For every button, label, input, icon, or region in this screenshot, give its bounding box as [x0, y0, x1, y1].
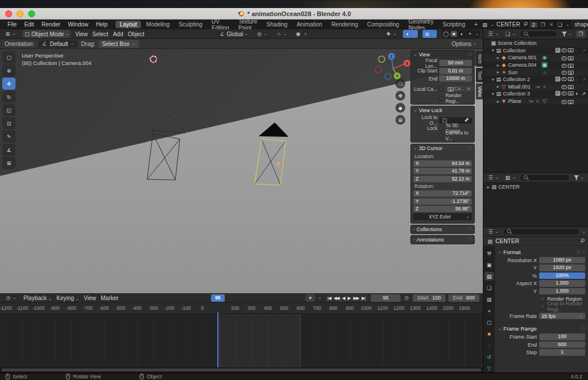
menu-item[interactable]: Edit — [24, 21, 34, 28]
menu-item[interactable]: Render — [41, 21, 60, 28]
clip-start-field[interactable]: 0.01 m — [439, 68, 472, 74]
outliner-row[interactable]: ▦ Scene Collection — [483, 40, 588, 47]
eye[interactable] — [561, 85, 567, 89]
workspace-tab[interactable]: Rendering — [328, 21, 362, 28]
field-value[interactable]: 1080 px — [539, 257, 585, 264]
camera[interactable] — [567, 63, 573, 67]
workspace-tab[interactable]: Scripting — [439, 21, 469, 28]
properties-options-chevron[interactable]: ⌄ — [582, 229, 586, 234]
camera[interactable] — [567, 48, 573, 52]
transport-button[interactable]: ◀◀ — [333, 295, 341, 301]
navigation-gizmo[interactable]: Z X Y — [372, 50, 413, 86]
local-camera-checkbox[interactable] — [439, 87, 444, 91]
expand-arrow-icon[interactable]: ▸ — [495, 63, 501, 68]
render-region-checkbox[interactable] — [540, 297, 545, 301]
outliner-display-mode-button[interactable]: ☰⌄ — [486, 30, 501, 38]
camera-to-view-checkbox[interactable] — [439, 133, 444, 138]
physics-icon[interactable]: ≈ — [535, 98, 541, 104]
frame-rate-dropdown[interactable]: 25 fps⌄ — [539, 313, 585, 320]
tool-button[interactable]: ✜ — [2, 78, 16, 90]
workspace-tab[interactable]: + — [470, 21, 482, 28]
workspace-tab[interactable]: Shading — [262, 21, 291, 28]
menu-item[interactable]: Window — [68, 21, 89, 28]
outliner-row[interactable]: ▸ ▼ Plane ↝≈▽ — [483, 98, 588, 105]
eye[interactable] — [561, 56, 567, 60]
pin-icon[interactable] — [579, 239, 585, 244]
render-region-checkbox[interactable] — [439, 96, 444, 101]
viewport-canvas[interactable]: User Perspective (95) Collection | Camer… — [0, 49, 483, 293]
cursor-loc-x-field[interactable]: X84.54 m — [413, 160, 472, 167]
scene-name-label[interactable]: CENTER — [498, 184, 520, 190]
wireframe-shading-icon[interactable]: ◯ — [443, 31, 449, 37]
camera[interactable] — [567, 91, 573, 95]
scenes-search-input[interactable] — [520, 174, 570, 181]
pin-icon[interactable] — [522, 22, 528, 27]
timeline-track-area[interactable] — [0, 314, 483, 367]
format-panel-header[interactable]: ⌄Format ☰ ⠿ — [497, 248, 586, 256]
circle-faded[interactable]: ◌ — [574, 48, 580, 53]
field-value[interactable]: 100% — [539, 272, 585, 279]
gizmos-dropdown[interactable]: ❖⌄ — [383, 30, 398, 38]
eye[interactable] — [561, 76, 567, 80]
outliner-row[interactable]: ▾ ▤ Collection 3 ◗↗ — [483, 90, 588, 98]
nav-button[interactable] — [395, 79, 405, 89]
solid-shading-icon[interactable]: ● — [451, 31, 457, 37]
tool-button[interactable]: ◱ — [2, 104, 16, 116]
tool-button[interactable]: ✎ — [2, 130, 16, 143]
anim-icon[interactable]: ↝ — [528, 98, 534, 104]
active-scene-name[interactable]: CENTER — [497, 21, 520, 28]
field-value[interactable]: 1920 px — [539, 264, 585, 271]
menu-item[interactable]: File — [7, 21, 17, 28]
outliner-item-label[interactable]: Scene Collection — [498, 40, 537, 46]
clip-end-field[interactable]: 10000 m — [439, 75, 472, 82]
physics-icon[interactable]: ≈ — [541, 84, 548, 90]
scene-users-badge[interactable]: 2 — [530, 22, 537, 28]
workspace-tab[interactable]: Compositing — [363, 21, 403, 28]
field-value[interactable]: 100 — [539, 333, 585, 340]
field-value[interactable]: 1 — [539, 349, 585, 356]
collections-header[interactable]: ›Collections⠿ — [411, 225, 474, 233]
camera[interactable] — [567, 76, 573, 80]
cursor-loc-z-field[interactable]: Z52.12 m — [413, 176, 472, 182]
tool-button[interactable]: ∡ — [2, 144, 16, 156]
orientation-dropdown[interactable]: ∠ Default⌄ — [38, 40, 78, 48]
frame-start-field[interactable]: Start100 — [413, 294, 445, 302]
current-frame-field[interactable]: 95 — [371, 294, 401, 302]
viewlayer-icon[interactable]: ❏ — [557, 22, 563, 28]
new-collection-button[interactable]: ❐ — [576, 30, 586, 38]
scrollbar-thumb[interactable] — [2, 369, 481, 371]
arrow-faded[interactable]: ↗ — [581, 76, 587, 82]
mode-dropdown[interactable]: ▢ Object Mode⌄ — [22, 30, 71, 38]
workspace-tab[interactable]: Sculpting — [175, 21, 206, 28]
expand-arrow-icon[interactable]: ▸ — [495, 84, 501, 89]
eye[interactable] — [561, 99, 567, 103]
viewport-menu-item[interactable]: View — [75, 31, 88, 37]
field-value[interactable]: 1.000 — [539, 280, 585, 287]
proportional-editing-toggle[interactable]: ◉ ∧ — [293, 30, 310, 38]
expand-arrow-icon[interactable]: ▾ — [490, 48, 495, 53]
properties-search-input[interactable] — [503, 228, 580, 235]
outliner-item-label[interactable]: Plane — [508, 98, 521, 104]
scenes-filter-button[interactable]: ⌄ — [572, 174, 586, 182]
timeline-ruler[interactable]: -1200-1100-1000-900-800-700-600-500-400-… — [0, 303, 483, 314]
outliner-item-label[interactable]: Collection 3 — [503, 91, 530, 97]
snap-toggle[interactable]: ∩⌄ — [274, 30, 289, 38]
nav-button[interactable]: ✥ — [395, 91, 405, 101]
expand-arrow-icon[interactable]: ▸ — [495, 99, 501, 104]
focal-length-field[interactable]: 50 mm — [439, 60, 472, 66]
circle-faded[interactable]: ◌ — [574, 76, 580, 82]
auto-keying-toggle[interactable]: ● — [305, 294, 315, 302]
checkbox[interactable] — [555, 76, 560, 82]
properties-tab[interactable]: ⚒ — [485, 249, 494, 258]
outliner-search-input[interactable] — [520, 30, 558, 37]
expand-arrow-icon[interactable]: ▾ — [490, 91, 495, 97]
expand-arrow-icon[interactable]: ▸ — [495, 55, 501, 60]
properties-tab[interactable]: ■ — [485, 329, 494, 338]
field-value[interactable]: 600 — [539, 341, 585, 348]
eye[interactable] — [561, 70, 567, 74]
outliner-row[interactable]: ▸ ◆ Camera.004 ◉ — [483, 62, 588, 69]
annotations-header[interactable]: ›Annotations⠿ — [411, 236, 474, 244]
tool-button[interactable]: ▢ — [2, 51, 16, 63]
timeline-menu-item[interactable]: View — [84, 295, 97, 301]
channels-collapse-icon[interactable]: › — [2, 305, 3, 311]
